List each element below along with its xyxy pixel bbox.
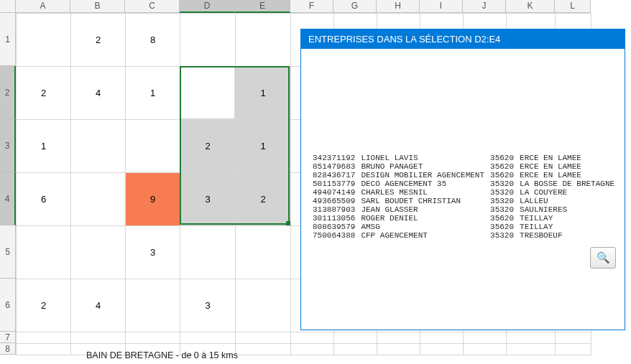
cell-I8[interactable] <box>420 344 464 355</box>
cell-B3[interactable] <box>71 120 126 173</box>
panel-cell-siren: 313887903 <box>310 205 358 214</box>
column-header-I[interactable]: I <box>420 0 463 13</box>
cell-H7[interactable] <box>377 332 420 344</box>
row-header-4[interactable]: 4 <box>0 172 16 225</box>
cell-E5[interactable] <box>236 226 291 279</box>
cell-C7[interactable] <box>126 332 180 344</box>
table-row: 750064388CFP AGENCEMENT35320TRESBOEUF <box>310 231 617 240</box>
search-button[interactable]: 🔍 <box>590 247 616 269</box>
cell-B7[interactable] <box>71 332 126 344</box>
row-header-6[interactable]: 6 <box>0 279 16 332</box>
cell-D7[interactable] <box>180 332 236 344</box>
cell-B6[interactable]: 4 <box>71 279 126 332</box>
cell-C3[interactable] <box>126 120 180 173</box>
cell-K8[interactable] <box>507 344 556 355</box>
cell-L7[interactable] <box>556 332 591 344</box>
cell-E7[interactable] <box>236 332 291 344</box>
cell-E4[interactable]: 2 <box>236 173 291 226</box>
panel-cell-siren: 342371192 <box>310 154 358 162</box>
column-header-E[interactable]: E <box>235 0 290 13</box>
column-header-B[interactable]: B <box>70 0 125 13</box>
cell-B5[interactable] <box>71 226 126 279</box>
select-all-corner[interactable] <box>0 0 16 13</box>
cell-E6[interactable] <box>236 279 291 332</box>
column-header-D[interactable]: D <box>180 0 235 13</box>
column-header-G[interactable]: G <box>333 0 377 13</box>
cell-E3[interactable]: 1 <box>236 120 291 173</box>
cell-A5[interactable] <box>17 226 71 279</box>
cell-I7[interactable] <box>420 332 464 344</box>
cell-C4[interactable]: 9 <box>126 173 180 226</box>
cell-A8[interactable] <box>17 344 71 355</box>
cell-C5[interactable]: 3 <box>126 226 180 279</box>
cell-K7[interactable] <box>507 332 556 344</box>
table-row: 494074149CHARLES MESNIL35320LA COUYERE <box>310 188 617 197</box>
column-header-F[interactable]: F <box>290 0 333 13</box>
panel-cell-cp: 35320 <box>487 188 517 197</box>
column-header-H[interactable]: H <box>377 0 420 13</box>
cell-B2[interactable]: 4 <box>71 67 126 120</box>
panel-cell-city: ERCE EN LAMEE <box>517 154 617 162</box>
panel-cell-name: DESIGN MOBILIER AGENCEMENT <box>358 171 487 179</box>
cell-C1[interactable]: 8 <box>126 14 180 67</box>
cell-F8[interactable] <box>291 344 334 355</box>
panel-cell-cp: 35620 <box>487 223 517 231</box>
cell-E1[interactable] <box>236 14 291 67</box>
cell-D2[interactable]: 1 <box>180 67 236 120</box>
table-row: 493665509SARL BOUDET CHRISTIAN35320LALLE… <box>310 197 617 205</box>
row-header-7[interactable]: 7 <box>0 332 16 343</box>
panel-cell-city: SAULNIERES <box>517 205 617 214</box>
cell-L8[interactable] <box>556 344 591 355</box>
row-header-2[interactable]: 2 <box>0 66 16 119</box>
cell-B4[interactable] <box>71 173 126 226</box>
cell-D6[interactable]: 3 <box>180 279 236 332</box>
panel-cell-cp: 35620 <box>487 154 517 162</box>
cell-A7[interactable] <box>17 332 71 344</box>
cell-A3[interactable]: 1 <box>17 120 71 173</box>
cell-D1[interactable] <box>180 14 236 67</box>
cell-G7[interactable] <box>334 332 377 344</box>
cell-H8[interactable] <box>377 344 420 355</box>
cell-D5[interactable] <box>180 226 236 279</box>
cell-J8[interactable] <box>464 344 507 355</box>
cell-F7[interactable] <box>291 332 334 344</box>
panel-cell-name: JEAN GLASSER <box>358 205 487 214</box>
panel-cell-siren: 494074149 <box>310 188 358 197</box>
row-header-1[interactable]: 1 <box>0 13 16 66</box>
table-row: 313887903JEAN GLASSER35320SAULNIERES <box>310 205 617 214</box>
panel-title: ENTREPRISES DANS LA SÉLECTION D2:E4 <box>301 29 625 49</box>
cell-A1[interactable] <box>17 14 71 67</box>
panel-cell-city: LALLEU <box>517 197 617 205</box>
cell-E8[interactable] <box>236 344 291 355</box>
cell-E2[interactable]: 1 <box>236 67 291 120</box>
cell-A6[interactable]: 2 <box>17 279 71 332</box>
cell-G8[interactable] <box>334 344 377 355</box>
panel-cell-name: ROGER DENIEL <box>358 214 487 223</box>
column-header-C[interactable]: C <box>125 0 180 13</box>
cell-C2[interactable]: 1 <box>126 67 180 120</box>
panel-table: 342371192LIONEL LAVIS35620ERCE EN LAMEE8… <box>310 154 617 240</box>
panel-cell-cp: 35320 <box>487 231 517 240</box>
panel-cell-siren: 301113056 <box>310 214 358 223</box>
row-header-8[interactable]: 8 <box>0 343 16 355</box>
row-headers: 12345678 <box>0 13 16 355</box>
cell-J7[interactable] <box>464 332 507 344</box>
panel-cell-name: AMSG <box>358 223 487 231</box>
panel-cell-name: DECO AGENCEMENT 35 <box>358 179 487 188</box>
cell-C6[interactable] <box>126 279 180 332</box>
column-header-L[interactable]: L <box>555 0 591 13</box>
row-header-5[interactable]: 5 <box>0 225 16 279</box>
panel-cell-cp: 35320 <box>487 205 517 214</box>
cell-D4[interactable]: 3 <box>180 173 236 226</box>
column-header-A[interactable]: A <box>16 0 70 13</box>
column-header-K[interactable]: K <box>506 0 555 13</box>
cell-A4[interactable]: 6 <box>17 173 71 226</box>
column-header-J[interactable]: J <box>463 0 506 13</box>
panel-cell-city: LA COUYERE <box>517 188 617 197</box>
panel-cell-city: ERCE EN LAMEE <box>517 171 617 179</box>
cell-A2[interactable]: 2 <box>17 67 71 120</box>
cell-B1[interactable]: 2 <box>71 14 126 67</box>
table-row: 501153779DECO AGENCEMENT 3535320LA BOSSE… <box>310 179 617 188</box>
row-header-3[interactable]: 3 <box>0 119 16 172</box>
cell-D3[interactable]: 2 <box>180 120 236 173</box>
